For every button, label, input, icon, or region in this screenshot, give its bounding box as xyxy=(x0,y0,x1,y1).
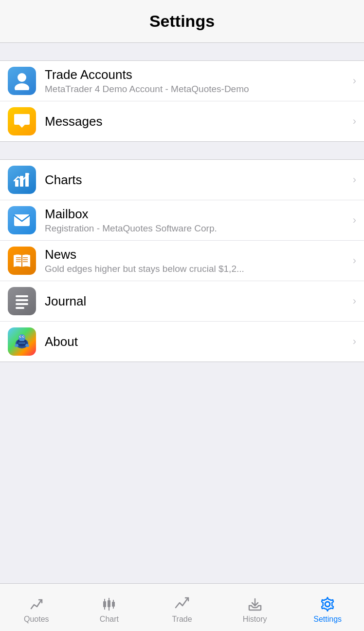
row-news[interactable]: News Gold edges higher but stays below c… xyxy=(0,241,364,281)
svg-rect-5 xyxy=(14,214,30,226)
section-spacer-1 xyxy=(0,43,364,60)
svg-point-35 xyxy=(325,602,330,607)
row-trade-accounts[interactable]: Trade Accounts MetaTrader 4 Demo Account… xyxy=(0,61,364,101)
trade-accounts-subtitle: MetaTrader 4 Demo Account - MetaQuotes-D… xyxy=(45,84,349,95)
svg-point-19 xyxy=(18,334,25,341)
mailbox-icon xyxy=(8,206,36,234)
news-icon xyxy=(8,247,36,275)
svg-rect-33 xyxy=(112,602,115,607)
trade-accounts-icon xyxy=(8,67,36,95)
settings-label: Settings xyxy=(313,615,342,624)
tab-settings[interactable]: Settings xyxy=(291,584,364,631)
about-icon xyxy=(8,327,36,356)
trade-accounts-content: Trade Accounts MetaTrader 4 Demo Account… xyxy=(45,67,349,95)
about-chevron: › xyxy=(353,335,356,348)
section-accounts: Trade Accounts MetaTrader 4 Demo Account… xyxy=(0,60,364,142)
trade-icon xyxy=(173,595,191,613)
tab-history[interactable]: History xyxy=(218,584,291,631)
page-header: Settings xyxy=(0,0,364,43)
news-chevron: › xyxy=(353,254,356,267)
svg-rect-2 xyxy=(15,180,18,187)
page-title: Settings xyxy=(149,12,215,31)
row-mailbox[interactable]: Mailbox Registration - MetaQuotes Softwa… xyxy=(0,200,364,241)
svg-rect-3 xyxy=(20,176,23,187)
messages-title: Messages xyxy=(45,114,349,129)
tab-bar: Quotes Chart Trade xyxy=(0,583,364,631)
journal-icon xyxy=(8,287,36,315)
about-content: About xyxy=(45,334,349,349)
svg-rect-14 xyxy=(16,299,28,301)
row-charts[interactable]: Charts › xyxy=(0,160,364,200)
svg-point-22 xyxy=(20,336,21,337)
tab-trade[interactable]: Trade xyxy=(146,584,218,631)
trade-label: Trade xyxy=(172,615,192,624)
row-about[interactable]: About › xyxy=(0,322,364,362)
svg-rect-15 xyxy=(16,303,28,305)
chart-label: Chart xyxy=(100,615,119,624)
svg-point-23 xyxy=(23,336,24,337)
section-tools: Charts › Mailbox Registration - MetaQuot… xyxy=(0,159,364,362)
svg-point-1 xyxy=(15,83,29,90)
svg-rect-31 xyxy=(108,600,110,607)
charts-content: Charts xyxy=(45,172,349,188)
section-spacer-2 xyxy=(0,142,364,159)
mailbox-title: Mailbox xyxy=(45,207,349,222)
quotes-icon xyxy=(28,595,45,613)
journal-chevron: › xyxy=(353,295,356,307)
messages-icon xyxy=(8,107,36,135)
chart-tab-icon xyxy=(100,595,118,613)
news-subtitle: Gold edges higher but stays below crucia… xyxy=(45,264,349,274)
mailbox-content: Mailbox Registration - MetaQuotes Softwa… xyxy=(45,207,349,234)
trade-accounts-title: Trade Accounts xyxy=(45,67,349,82)
row-messages[interactable]: Messages › xyxy=(0,101,364,141)
trade-accounts-chevron: › xyxy=(353,75,356,87)
mailbox-chevron: › xyxy=(353,214,356,227)
news-content: News Gold edges higher but stays below c… xyxy=(45,247,349,274)
charts-chevron: › xyxy=(353,173,356,186)
journal-content: Journal xyxy=(45,294,349,309)
charts-title: Charts xyxy=(45,172,349,188)
charts-icon xyxy=(8,166,36,194)
settings-icon xyxy=(319,595,336,613)
tab-quotes[interactable]: Quotes xyxy=(0,584,73,631)
mailbox-subtitle: Registration - MetaQuotes Software Corp. xyxy=(45,223,349,234)
messages-chevron: › xyxy=(353,115,356,128)
tab-chart[interactable]: Chart xyxy=(73,584,146,631)
history-icon xyxy=(246,595,264,613)
journal-title: Journal xyxy=(45,294,349,309)
news-title: News xyxy=(45,247,349,262)
row-journal[interactable]: Journal › xyxy=(0,281,364,322)
history-label: History xyxy=(243,615,267,624)
svg-rect-16 xyxy=(16,307,24,309)
svg-point-0 xyxy=(18,73,26,82)
messages-content: Messages xyxy=(45,114,349,129)
quotes-label: Quotes xyxy=(24,615,49,624)
svg-rect-29 xyxy=(103,601,106,607)
svg-rect-13 xyxy=(16,295,28,297)
about-title: About xyxy=(45,334,349,349)
